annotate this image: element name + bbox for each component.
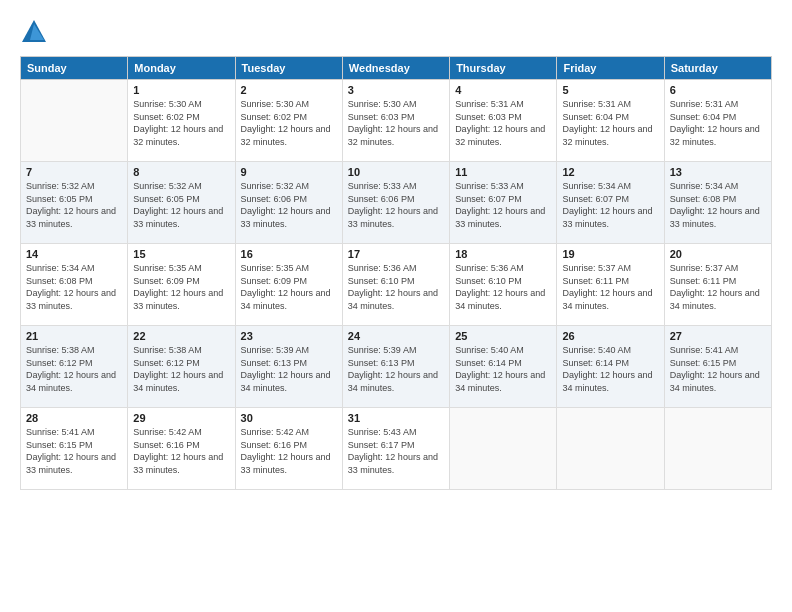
day-cell: 18Sunrise: 5:36 AMSunset: 6:10 PMDayligh… [450,244,557,326]
day-cell: 8Sunrise: 5:32 AMSunset: 6:05 PMDaylight… [128,162,235,244]
day-info: Sunrise: 5:43 AMSunset: 6:17 PMDaylight:… [348,426,444,476]
day-cell: 12Sunrise: 5:34 AMSunset: 6:07 PMDayligh… [557,162,664,244]
day-cell: 17Sunrise: 5:36 AMSunset: 6:10 PMDayligh… [342,244,449,326]
header-day: Saturday [664,57,771,80]
day-number: 31 [348,412,444,424]
day-number: 13 [670,166,766,178]
day-info: Sunrise: 5:36 AMSunset: 6:10 PMDaylight:… [455,262,551,312]
day-info: Sunrise: 5:36 AMSunset: 6:10 PMDaylight:… [348,262,444,312]
day-info: Sunrise: 5:35 AMSunset: 6:09 PMDaylight:… [133,262,229,312]
day-info: Sunrise: 5:31 AMSunset: 6:04 PMDaylight:… [562,98,658,148]
page: SundayMondayTuesdayWednesdayThursdayFrid… [0,0,792,612]
day-info: Sunrise: 5:33 AMSunset: 6:06 PMDaylight:… [348,180,444,230]
day-number: 7 [26,166,122,178]
day-cell: 4Sunrise: 5:31 AMSunset: 6:03 PMDaylight… [450,80,557,162]
day-number: 14 [26,248,122,260]
day-info: Sunrise: 5:34 AMSunset: 6:07 PMDaylight:… [562,180,658,230]
day-info: Sunrise: 5:42 AMSunset: 6:16 PMDaylight:… [241,426,337,476]
day-info: Sunrise: 5:41 AMSunset: 6:15 PMDaylight:… [670,344,766,394]
day-info: Sunrise: 5:39 AMSunset: 6:13 PMDaylight:… [241,344,337,394]
day-cell: 10Sunrise: 5:33 AMSunset: 6:06 PMDayligh… [342,162,449,244]
calendar: SundayMondayTuesdayWednesdayThursdayFrid… [20,56,772,490]
day-info: Sunrise: 5:34 AMSunset: 6:08 PMDaylight:… [670,180,766,230]
day-cell [557,408,664,490]
day-cell: 6Sunrise: 5:31 AMSunset: 6:04 PMDaylight… [664,80,771,162]
day-cell: 2Sunrise: 5:30 AMSunset: 6:02 PMDaylight… [235,80,342,162]
day-cell: 22Sunrise: 5:38 AMSunset: 6:12 PMDayligh… [128,326,235,408]
day-number: 26 [562,330,658,342]
day-cell: 11Sunrise: 5:33 AMSunset: 6:07 PMDayligh… [450,162,557,244]
day-number: 30 [241,412,337,424]
day-info: Sunrise: 5:31 AMSunset: 6:04 PMDaylight:… [670,98,766,148]
day-info: Sunrise: 5:39 AMSunset: 6:13 PMDaylight:… [348,344,444,394]
day-info: Sunrise: 5:40 AMSunset: 6:14 PMDaylight:… [562,344,658,394]
week-row: 28Sunrise: 5:41 AMSunset: 6:15 PMDayligh… [21,408,772,490]
day-cell [664,408,771,490]
day-info: Sunrise: 5:37 AMSunset: 6:11 PMDaylight:… [562,262,658,312]
day-number: 27 [670,330,766,342]
day-number: 16 [241,248,337,260]
day-info: Sunrise: 5:37 AMSunset: 6:11 PMDaylight:… [670,262,766,312]
day-info: Sunrise: 5:35 AMSunset: 6:09 PMDaylight:… [241,262,337,312]
day-info: Sunrise: 5:31 AMSunset: 6:03 PMDaylight:… [455,98,551,148]
day-number: 20 [670,248,766,260]
day-info: Sunrise: 5:40 AMSunset: 6:14 PMDaylight:… [455,344,551,394]
day-cell: 28Sunrise: 5:41 AMSunset: 6:15 PMDayligh… [21,408,128,490]
header [20,18,772,46]
header-row: SundayMondayTuesdayWednesdayThursdayFrid… [21,57,772,80]
day-info: Sunrise: 5:30 AMSunset: 6:03 PMDaylight:… [348,98,444,148]
day-cell: 23Sunrise: 5:39 AMSunset: 6:13 PMDayligh… [235,326,342,408]
day-cell: 24Sunrise: 5:39 AMSunset: 6:13 PMDayligh… [342,326,449,408]
week-row: 14Sunrise: 5:34 AMSunset: 6:08 PMDayligh… [21,244,772,326]
day-cell [450,408,557,490]
day-number: 28 [26,412,122,424]
day-info: Sunrise: 5:38 AMSunset: 6:12 PMDaylight:… [133,344,229,394]
day-cell [21,80,128,162]
day-cell: 19Sunrise: 5:37 AMSunset: 6:11 PMDayligh… [557,244,664,326]
day-cell: 27Sunrise: 5:41 AMSunset: 6:15 PMDayligh… [664,326,771,408]
day-number: 18 [455,248,551,260]
day-cell: 31Sunrise: 5:43 AMSunset: 6:17 PMDayligh… [342,408,449,490]
day-number: 21 [26,330,122,342]
day-number: 6 [670,84,766,96]
day-cell: 25Sunrise: 5:40 AMSunset: 6:14 PMDayligh… [450,326,557,408]
day-number: 29 [133,412,229,424]
day-cell: 13Sunrise: 5:34 AMSunset: 6:08 PMDayligh… [664,162,771,244]
day-cell: 9Sunrise: 5:32 AMSunset: 6:06 PMDaylight… [235,162,342,244]
day-number: 10 [348,166,444,178]
day-number: 25 [455,330,551,342]
day-cell: 21Sunrise: 5:38 AMSunset: 6:12 PMDayligh… [21,326,128,408]
day-cell: 14Sunrise: 5:34 AMSunset: 6:08 PMDayligh… [21,244,128,326]
day-number: 23 [241,330,337,342]
day-cell: 30Sunrise: 5:42 AMSunset: 6:16 PMDayligh… [235,408,342,490]
day-info: Sunrise: 5:32 AMSunset: 6:06 PMDaylight:… [241,180,337,230]
day-info: Sunrise: 5:32 AMSunset: 6:05 PMDaylight:… [26,180,122,230]
header-day: Sunday [21,57,128,80]
day-number: 19 [562,248,658,260]
day-info: Sunrise: 5:30 AMSunset: 6:02 PMDaylight:… [241,98,337,148]
day-cell: 26Sunrise: 5:40 AMSunset: 6:14 PMDayligh… [557,326,664,408]
day-info: Sunrise: 5:33 AMSunset: 6:07 PMDaylight:… [455,180,551,230]
day-cell: 1Sunrise: 5:30 AMSunset: 6:02 PMDaylight… [128,80,235,162]
day-number: 9 [241,166,337,178]
day-number: 4 [455,84,551,96]
header-day: Monday [128,57,235,80]
day-number: 24 [348,330,444,342]
header-day: Thursday [450,57,557,80]
day-cell: 16Sunrise: 5:35 AMSunset: 6:09 PMDayligh… [235,244,342,326]
day-info: Sunrise: 5:42 AMSunset: 6:16 PMDaylight:… [133,426,229,476]
day-number: 15 [133,248,229,260]
day-number: 11 [455,166,551,178]
day-number: 2 [241,84,337,96]
day-cell: 15Sunrise: 5:35 AMSunset: 6:09 PMDayligh… [128,244,235,326]
day-cell: 5Sunrise: 5:31 AMSunset: 6:04 PMDaylight… [557,80,664,162]
header-day: Tuesday [235,57,342,80]
day-number: 17 [348,248,444,260]
day-info: Sunrise: 5:30 AMSunset: 6:02 PMDaylight:… [133,98,229,148]
logo-icon [20,18,48,46]
day-number: 3 [348,84,444,96]
day-info: Sunrise: 5:34 AMSunset: 6:08 PMDaylight:… [26,262,122,312]
day-info: Sunrise: 5:38 AMSunset: 6:12 PMDaylight:… [26,344,122,394]
day-cell: 20Sunrise: 5:37 AMSunset: 6:11 PMDayligh… [664,244,771,326]
logo [20,18,52,46]
